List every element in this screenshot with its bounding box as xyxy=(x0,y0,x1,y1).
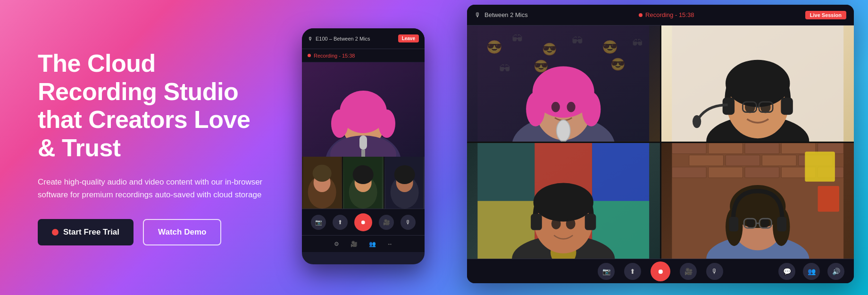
svg-point-37 xyxy=(582,92,601,126)
tablet-video-cell-2 xyxy=(661,25,854,142)
phone-record-button[interactable]: ⏺ xyxy=(354,213,372,231)
phone-expand-icon[interactable]: ↔ xyxy=(387,241,393,247)
svg-rect-78 xyxy=(689,155,723,166)
tablet-users-icon[interactable]: 👥 xyxy=(803,263,820,280)
left-content: The Cloud Recording Studio that Creators… xyxy=(0,21,292,274)
phone-leave-button[interactable]: Leave xyxy=(398,34,419,42)
recording-dot-icon xyxy=(308,54,311,57)
svg-rect-69 xyxy=(585,214,596,230)
svg-rect-82 xyxy=(672,167,706,177)
svg-text:🕶: 🕶 xyxy=(572,35,583,47)
tablet-chat-icon[interactable]: 💬 xyxy=(778,263,795,280)
svg-rect-41 xyxy=(561,141,566,142)
tablet-mockup: 🎙 Between 2 Mics Recording - 15:38 Live … xyxy=(467,5,854,283)
cta-row: Start Free Trial Watch Demo xyxy=(38,219,274,245)
phone-users-icon[interactable]: 👥 xyxy=(369,241,376,247)
svg-rect-75 xyxy=(744,143,779,154)
svg-text:🕶: 🕶 xyxy=(499,63,510,75)
phone-small-person-1 xyxy=(302,157,342,209)
phone-bottombar: 📷 ⬆ ⏺ 🎥 🎙 xyxy=(302,209,425,235)
headline: The Cloud Recording Studio that Creators… xyxy=(38,50,274,162)
svg-rect-80 xyxy=(762,155,796,166)
tablet-bottombar: 📷 ⬆ ⏺ 🎥 🎙 💬 👥 🔊 xyxy=(467,259,854,283)
tablet-live-session-badge: Live Session xyxy=(805,11,846,19)
phone-small-person-3 xyxy=(384,157,425,209)
phone-small-person-2 xyxy=(343,157,383,209)
tablet-video-button[interactable]: 🎥 xyxy=(680,263,697,280)
tablet-person-1-svg: 😎 🕶 😎 🕶 😎 🕶 🕶 😎 🕶 😎 xyxy=(467,25,660,142)
tablet-recording-indicator: Recording - 15:38 xyxy=(639,11,694,18)
tablet-video-cell-1: 😎 🕶 😎 🕶 😎 🕶 🕶 😎 🕶 😎 xyxy=(467,25,660,142)
svg-rect-95 xyxy=(729,217,738,231)
svg-rect-84 xyxy=(744,167,779,177)
tablet-video-cell-4 xyxy=(661,143,854,259)
svg-rect-73 xyxy=(672,143,706,154)
svg-rect-88 xyxy=(818,185,839,211)
phone-upload-button[interactable]: ⬆ xyxy=(333,215,348,230)
tablet-video-grid: 😎 🕶 😎 🕶 😎 🕶 🕶 😎 🕶 😎 xyxy=(467,25,854,259)
svg-rect-83 xyxy=(708,167,743,177)
right-content: 🎙 E100 – Between 2 Mics Leave Recording … xyxy=(292,0,868,295)
tablet-recording-dot xyxy=(639,13,643,17)
tablet-audio-icon[interactable]: 🔊 xyxy=(827,263,844,280)
phone-settings-icon[interactable]: ⚙ xyxy=(334,241,339,247)
phone-small-cell-1 xyxy=(302,157,342,209)
svg-point-20 xyxy=(394,165,415,184)
phone-recording-label: Recording - 15:38 xyxy=(314,53,355,59)
tablet-camera-button[interactable]: 📷 xyxy=(598,263,615,280)
phone-main-person-svg xyxy=(302,62,425,157)
svg-point-71 xyxy=(566,218,576,229)
svg-rect-8 xyxy=(361,150,365,157)
phone-small-cell-3 xyxy=(384,157,425,209)
tablet-mic-icon: 🎙 xyxy=(475,11,481,18)
svg-point-38 xyxy=(551,102,560,112)
tablet-topbar: 🎙 Between 2 Mics Recording - 15:38 Live … xyxy=(467,5,854,25)
mic-icon: 🎙 xyxy=(308,36,313,42)
phone-video-settings-icon[interactable]: 🎥 xyxy=(351,241,358,247)
svg-text:😎: 😎 xyxy=(610,57,626,72)
svg-point-5 xyxy=(378,110,395,138)
svg-point-40 xyxy=(557,120,570,141)
svg-text:😎: 😎 xyxy=(602,39,618,55)
tablet-record-button[interactable]: ⏺ xyxy=(651,261,670,281)
phone-main-video xyxy=(302,62,425,157)
phone-mic-button[interactable]: 🎙 xyxy=(401,215,416,230)
record-dot-icon xyxy=(52,229,58,236)
svg-text:🕶: 🕶 xyxy=(632,37,643,49)
svg-point-39 xyxy=(567,102,576,112)
tablet-upload-button[interactable]: ⬆ xyxy=(624,263,641,280)
tablet-mic-button[interactable]: 🎙 xyxy=(706,263,723,280)
tablet-person-2-svg xyxy=(661,25,854,142)
subtext: Create high-quality audio and video cont… xyxy=(38,176,274,201)
svg-point-36 xyxy=(526,92,545,126)
phone-camera-button[interactable]: 📷 xyxy=(311,215,326,230)
hero-section: The Cloud Recording Studio that Creators… xyxy=(0,0,868,295)
phone-mockup: 🎙 E100 – Between 2 Mics Leave Recording … xyxy=(302,28,425,264)
phone-small-cell-2 xyxy=(343,157,383,209)
svg-rect-68 xyxy=(531,214,542,230)
tablet-title: Between 2 Mics xyxy=(484,11,528,18)
svg-rect-79 xyxy=(726,155,760,166)
tablet-recording-label: Recording - 15:38 xyxy=(645,11,694,18)
svg-text:😎: 😎 xyxy=(542,42,557,57)
tablet-side-controls: 💬 👥 🔊 xyxy=(778,263,844,280)
phone-settings-row: ⚙ 🎥 👥 ↔ xyxy=(302,235,425,252)
svg-rect-87 xyxy=(805,152,835,182)
tablet-video-cell-3 xyxy=(467,143,660,259)
tablet-topbar-left: 🎙 Between 2 Mics xyxy=(475,11,528,18)
watch-demo-button[interactable]: Watch Demo xyxy=(143,219,221,245)
svg-rect-96 xyxy=(777,217,786,231)
svg-rect-74 xyxy=(708,143,743,154)
start-free-trial-button[interactable]: Start Free Trial xyxy=(38,219,134,245)
svg-point-4 xyxy=(331,110,348,138)
svg-rect-50 xyxy=(781,98,793,115)
tablet-person-4-svg xyxy=(661,143,854,259)
phone-topbar-left: 🎙 E100 – Between 2 Mics xyxy=(308,36,370,42)
svg-text:😎: 😎 xyxy=(486,39,503,55)
phone-topbar: 🎙 E100 – Between 2 Mics Leave xyxy=(302,28,425,49)
phone-recording-bar: Recording - 15:38 xyxy=(302,49,425,62)
phone-small-videos xyxy=(302,157,425,209)
svg-point-12 xyxy=(313,165,332,182)
phone-video-button[interactable]: 🎥 xyxy=(379,215,394,230)
svg-point-53 xyxy=(760,101,770,113)
